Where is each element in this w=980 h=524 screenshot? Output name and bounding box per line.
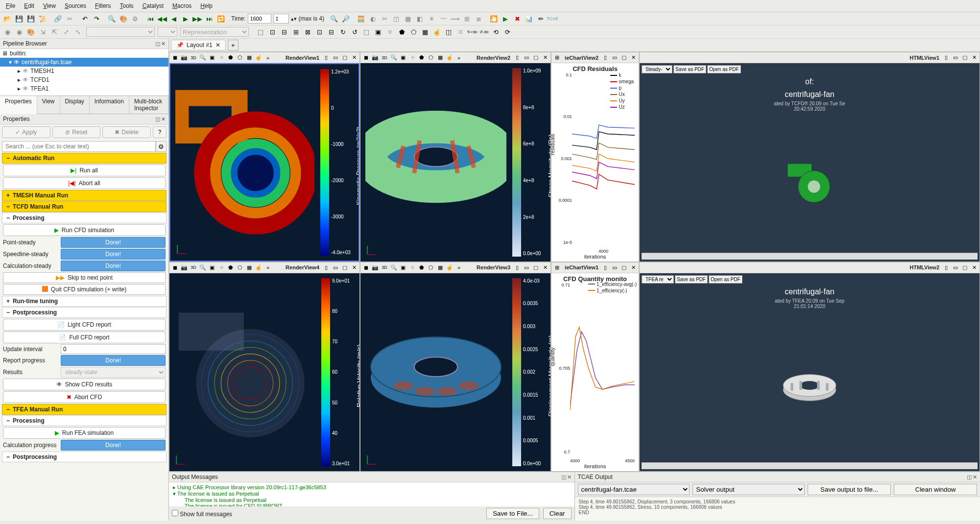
settings-icon[interactable]: ⚙ (130, 13, 141, 24)
tab-view[interactable]: View (37, 96, 60, 114)
maximize-icon[interactable]: ▢ (960, 53, 969, 62)
point-steady-status[interactable]: Done! (61, 237, 166, 248)
calc-progress-status[interactable]: Done! (61, 440, 166, 451)
htmlview1[interactable]: Steady- Save as PDF Open as PDF of: cent… (640, 63, 980, 262)
section-runtime[interactable]: +Run-time tuning (2, 296, 167, 307)
close-view-icon[interactable]: ✕ (629, 53, 638, 62)
menu-filters[interactable]: Filters (91, 1, 115, 11)
rv-more-icon[interactable]: » (263, 263, 272, 272)
reset-camera-icon[interactable]: ⟲ (490, 26, 501, 37)
close-view-icon[interactable]: ✕ (970, 53, 979, 62)
close-panel-icon[interactable]: ✕ (161, 116, 166, 122)
tcae-solver-select[interactable]: Solver output (693, 484, 805, 495)
detach-icon[interactable]: ◫ (967, 474, 972, 480)
pipeline-file[interactable]: centrifugal-fan.tcae (22, 59, 72, 66)
section-tfea[interactable]: −TFEA Manual Run (2, 404, 167, 415)
renderview3[interactable]: 4.0e-03 0.0035 0.003 0.0025 0.002 0.0015… (360, 273, 550, 472)
view-px-icon[interactable]: ⊡ (267, 26, 278, 37)
rv-zoom-icon[interactable]: 🔍 (389, 53, 398, 62)
view-ny-icon[interactable]: ⊠ (302, 26, 313, 37)
find-data-icon[interactable]: 🔍 (106, 13, 117, 24)
open-icon[interactable]: 📂 (2, 13, 13, 24)
speedline-status[interactable]: Done! (61, 249, 166, 260)
tab-multiblock[interactable]: Multi-block Inspector (129, 96, 168, 114)
section-post-fea[interactable]: −Postprocessing (2, 452, 167, 462)
rv-sel2-icon[interactable]: ⁘ (217, 53, 226, 62)
save-icon[interactable]: 💾 (14, 13, 24, 24)
abort-run-icon[interactable]: ✖ (512, 13, 523, 24)
maximize-icon[interactable]: ▢ (340, 53, 349, 62)
abort-cfd-button[interactable]: ✖Abort CFD (3, 391, 166, 403)
view-nx-icon[interactable]: ⊟ (279, 26, 289, 37)
close-panel-icon[interactable]: ✕ (161, 41, 166, 47)
time-stepper-icon[interactable]: ▴▾ (291, 16, 297, 22)
split-v-icon[interactable]: ▭ (331, 263, 340, 272)
close-view-icon[interactable]: ✕ (541, 263, 550, 272)
maximize-icon[interactable]: ▢ (620, 53, 628, 62)
eye-icon[interactable]: 👁 (14, 59, 20, 66)
split-h-icon[interactable]: ▯ (513, 263, 522, 272)
rv-sel3-icon[interactable]: ⬟ (226, 263, 235, 272)
layout-tab[interactable]: 📌Layout #1✕ (171, 40, 226, 50)
menu-view[interactable]: View (39, 1, 60, 11)
rv-sel3-icon[interactable]: ⬟ (417, 263, 426, 272)
rv-sel5-icon[interactable]: ▦ (245, 53, 254, 62)
warp-icon[interactable]: ⟿ (450, 13, 460, 24)
loop-icon[interactable]: 🔁 (215, 13, 226, 24)
color-by-2-icon[interactable]: ◉ (14, 26, 24, 37)
tree-tfea[interactable]: TFEA1 (30, 85, 48, 92)
section-auto-run[interactable]: −Automatic Run (2, 153, 167, 164)
group-icon[interactable]: ⊞ (461, 13, 472, 24)
expand-icon[interactable]: ▾ (9, 59, 12, 66)
rv-cam-icon[interactable]: 📷 (180, 263, 189, 272)
next-frame-icon[interactable]: ▶▶ (192, 13, 203, 24)
maximize-icon[interactable]: ▢ (960, 263, 969, 272)
threshold-icon[interactable]: ▦ (403, 13, 413, 24)
tree-tmesh[interactable]: TMESH1 (30, 68, 54, 74)
rv-fit-icon[interactable]: ⊞ (552, 263, 561, 272)
select-points-poly-icon[interactable]: ⬠ (408, 26, 419, 37)
select-cells-poly-icon[interactable]: ⬟ (396, 26, 407, 37)
rv-sel3-icon[interactable]: ⬟ (226, 53, 235, 62)
rv-sel2-icon[interactable]: ⁘ (408, 263, 417, 272)
maximize-icon[interactable]: ▢ (531, 263, 540, 272)
split-h-icon[interactable]: ▯ (322, 53, 331, 62)
interactive-select-icon[interactable]: ☝ (431, 26, 442, 37)
rv-sel1-icon[interactable]: ▣ (208, 53, 216, 62)
tab-display[interactable]: Display (60, 96, 90, 114)
play-back-icon[interactable]: ◀ (168, 13, 179, 24)
run-all-button[interactable]: ▶|Run all (3, 165, 166, 176)
representation-select[interactable]: Representation (180, 27, 249, 37)
rv-sel1-icon[interactable]: ▣ (399, 53, 407, 62)
select-block-icon[interactable]: ▦ (420, 26, 430, 37)
rv-more-icon[interactable]: » (263, 53, 272, 62)
last-frame-icon[interactable]: ⏭ (204, 13, 215, 24)
split-v-icon[interactable]: ▭ (522, 263, 531, 272)
section-processing[interactable]: −Processing (2, 213, 167, 223)
tcae-file-select[interactable]: centrifugal-fan.tcae (578, 484, 690, 495)
split-v-icon[interactable]: ▭ (951, 263, 960, 272)
rv-3d-icon[interactable]: 3D (189, 263, 198, 272)
rot90ccw-label-icon[interactable]: ↺-90 (478, 26, 489, 37)
skip-button[interactable]: ▶▶Skip to next point (3, 272, 166, 283)
prev-frame-icon[interactable]: ◀◀ (157, 13, 167, 24)
clip-icon[interactable]: ✂ (379, 13, 390, 24)
scrollbar-x[interactable] (642, 462, 978, 469)
rv-cam-icon[interactable]: 📷 (371, 263, 380, 272)
rv-3d-icon[interactable]: 3D (380, 263, 389, 272)
tab-information[interactable]: Information (90, 96, 129, 114)
stream-icon[interactable]: 〰 (438, 13, 449, 24)
residuals-chart[interactable]: CFD Residuals k omega p Ux Uy Uz residua… (551, 63, 639, 262)
view-xy-icon[interactable]: ⬚ (255, 26, 266, 37)
add-layout-button[interactable]: + (228, 40, 239, 50)
script-icon[interactable]: 📜 (37, 13, 48, 24)
detach-icon[interactable]: ◫ (155, 116, 160, 122)
close-view-icon[interactable]: ✕ (541, 53, 550, 62)
play-icon[interactable]: ▶ (180, 13, 191, 24)
detach-icon[interactable]: ◫ (561, 474, 566, 480)
show-full-checkbox[interactable]: Show full messages (172, 510, 232, 518)
rv-bg-icon[interactable]: ◼ (170, 53, 179, 62)
eye-icon[interactable]: 👁 (23, 76, 28, 83)
select-points-icon[interactable]: ⁘ (384, 26, 395, 37)
rv-sel4-icon[interactable]: ⬠ (427, 53, 435, 62)
